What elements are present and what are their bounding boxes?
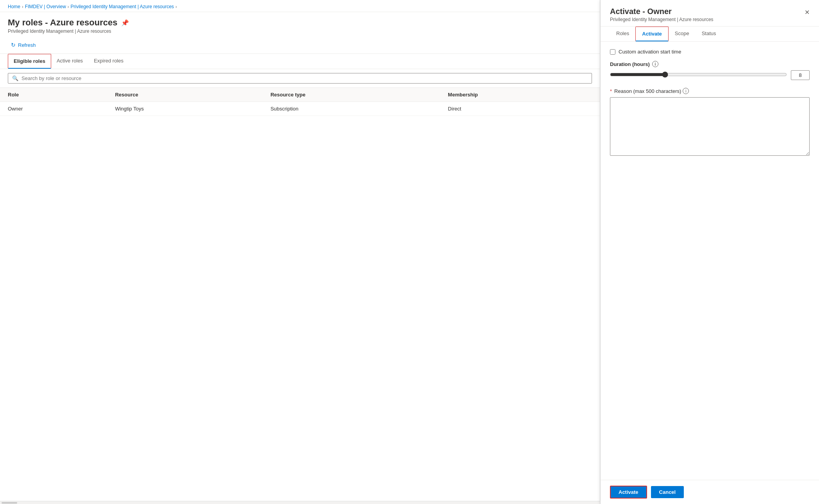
- panel-header: Activate - Owner Privileged Identity Man…: [601, 0, 819, 27]
- breadcrumb-pim[interactable]: Privileged Identity Management | Azure r…: [71, 4, 174, 9]
- duration-field-label: Duration (hours) i: [610, 61, 810, 67]
- col-membership: Membership: [440, 88, 600, 102]
- col-resource: Resource: [107, 88, 263, 102]
- tab-expired-roles[interactable]: Expired roles: [88, 54, 129, 69]
- search-input[interactable]: [21, 75, 588, 81]
- roles-table-container: Role Resource Resource type Membership O…: [0, 88, 600, 501]
- scrollbar[interactable]: [0, 501, 600, 504]
- right-panel: Activate - Owner Privileged Identity Man…: [600, 0, 819, 504]
- custom-activation-checkbox[interactable]: [610, 49, 615, 55]
- cell-role: Owner: [0, 102, 107, 116]
- cell-resource: Wingtip Toys: [107, 102, 263, 116]
- panel-tab-roles[interactable]: Roles: [610, 27, 635, 41]
- panel-content: Custom activation start time Duration (h…: [601, 42, 819, 480]
- table-header-row: Role Resource Resource type Membership: [0, 88, 600, 102]
- panel-subtitle: Privileged Identity Management | Azure r…: [610, 17, 713, 22]
- reason-label-text: Reason (max 500 characters): [614, 88, 681, 94]
- duration-slider[interactable]: [610, 71, 787, 78]
- panel-tab-activate[interactable]: Activate: [635, 27, 669, 41]
- breadcrumb-fimdev[interactable]: FIMDEV | Overview: [25, 4, 66, 9]
- breadcrumb-home[interactable]: Home: [8, 4, 20, 9]
- search-icon: 🔍: [12, 75, 18, 81]
- refresh-button[interactable]: ↻ Refresh: [8, 40, 39, 50]
- refresh-label: Refresh: [18, 42, 36, 48]
- panel-title: Activate - Owner: [610, 7, 713, 16]
- tab-eligible-roles[interactable]: Eligible roles: [8, 54, 51, 69]
- duration-info-icon[interactable]: i: [652, 61, 658, 67]
- custom-activation-label[interactable]: Custom activation start time: [619, 49, 681, 55]
- close-button[interactable]: ✕: [803, 7, 811, 18]
- scroll-thumb: [2, 502, 17, 504]
- required-star: *: [610, 88, 612, 94]
- breadcrumb-sep-1: ›: [22, 4, 23, 9]
- activate-button[interactable]: Activate: [610, 486, 647, 499]
- panel-footer: Activate Cancel: [601, 480, 819, 504]
- custom-activation-row: Custom activation start time: [610, 49, 810, 55]
- panel-tab-scope[interactable]: Scope: [669, 27, 696, 41]
- duration-label-text: Duration (hours): [610, 61, 650, 67]
- col-role: Role: [0, 88, 107, 102]
- tab-active-roles[interactable]: Active roles: [51, 54, 88, 69]
- panel-tab-bar: Roles Activate Scope Status: [601, 27, 819, 42]
- cancel-button[interactable]: Cancel: [651, 486, 684, 498]
- page-title-text: My roles - Azure resources: [8, 18, 117, 28]
- breadcrumb-sep-2: ›: [68, 4, 69, 9]
- table-row[interactable]: Owner Wingtip Toys Subscription Direct: [0, 102, 600, 116]
- toolbar: ↻ Refresh: [0, 38, 600, 54]
- pin-icon[interactable]: 📌: [121, 19, 129, 27]
- col-resource-type: Resource type: [263, 88, 440, 102]
- breadcrumb-sep-3: ›: [175, 4, 177, 9]
- cell-resource-type: Subscription: [263, 102, 440, 116]
- page-header: My roles - Azure resources 📌 Privileged …: [0, 12, 600, 38]
- duration-value-input[interactable]: 8: [791, 70, 810, 80]
- cell-membership: Direct: [440, 102, 600, 116]
- duration-slider-wrap: [610, 71, 787, 79]
- reason-textarea[interactable]: [610, 97, 810, 156]
- refresh-icon: ↻: [11, 42, 16, 48]
- reason-info-icon[interactable]: i: [683, 88, 689, 94]
- roles-table: Role Resource Resource type Membership O…: [0, 88, 600, 116]
- left-panel: Home › FIMDEV | Overview › Privileged Id…: [0, 0, 600, 504]
- search-bar: 🔍: [0, 69, 600, 88]
- breadcrumb: Home › FIMDEV | Overview › Privileged Id…: [0, 0, 600, 12]
- page-subtitle: Privileged Identity Management | Azure r…: [8, 28, 592, 34]
- reason-label: * Reason (max 500 characters) i: [610, 88, 810, 94]
- panel-tab-status[interactable]: Status: [696, 27, 722, 41]
- duration-slider-row: 8: [610, 70, 810, 80]
- tab-bar: Eligible roles Active roles Expired role…: [0, 54, 600, 69]
